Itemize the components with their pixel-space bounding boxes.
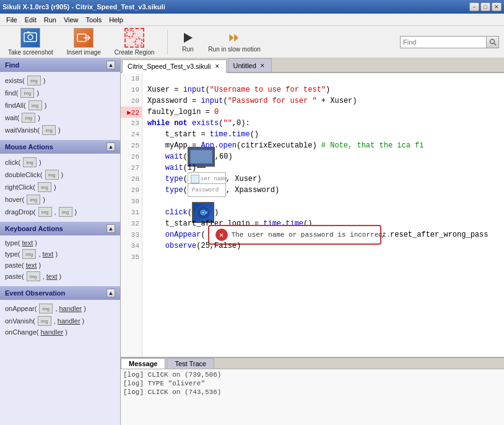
- sidebar-header-mouse[interactable]: Mouse Actions ▲: [0, 140, 120, 154]
- line-num-34: 34: [121, 240, 142, 252]
- close-button[interactable]: ✕: [492, 2, 502, 11]
- code-lines[interactable]: Xuser = input ( "Username to use for tes…: [142, 73, 504, 357]
- sidebar-header-event[interactable]: Event Observation ▲: [0, 286, 120, 300]
- tab-test-trace[interactable]: Test Trace: [167, 358, 214, 369]
- sidebar-item-click[interactable]: click(img): [5, 156, 115, 169]
- menu-file[interactable]: File: [2, 15, 21, 25]
- tab-untitled[interactable]: Untitled ✕: [228, 58, 272, 72]
- code-line-33: onAppear ( ✕ The user name or password i…: [142, 229, 504, 240]
- line-num-33: 33: [121, 229, 142, 240]
- sidebar-item-onchange[interactable]: onChange( handler ): [5, 327, 115, 337]
- tab-citrix[interactable]: Citrix_Speed_Test_v3.sikuli ✕: [122, 59, 227, 73]
- dragdrop-thumb1: img: [38, 207, 52, 217]
- code-line-31: click ( ): [142, 207, 504, 218]
- line-num-19: 19: [121, 84, 142, 95]
- main-layout: Find ▲ exists(img) find(img) findAll(img…: [0, 58, 504, 425]
- run-button[interactable]: Run: [178, 28, 198, 56]
- svg-point-18: [202, 211, 204, 214]
- sidebar-item-exists[interactable]: exists(img): [5, 74, 115, 87]
- tab-untitled-close[interactable]: ✕: [259, 62, 266, 69]
- run-icon: [181, 31, 194, 45]
- sidebar-item-onappear[interactable]: onAppear(img, handler ): [5, 302, 115, 315]
- window-title: Sikuli X-1.0rc3 (r905) - Citrix_Speed_Te…: [2, 3, 165, 11]
- sidebar-item-paste-img-text[interactable]: paste(img, text ): [5, 270, 115, 283]
- svg-marker-11: [184, 33, 193, 43]
- sidebar-item-onvanish[interactable]: onVanish(img, handler ): [5, 315, 115, 327]
- svg-rect-2: [27, 32, 30, 33]
- menu-view[interactable]: View: [60, 15, 82, 25]
- screenshot-button[interactable]: Take screenshot: [5, 25, 56, 59]
- line-num-25: 25: [121, 140, 142, 151]
- sidebar-item-doubleclick[interactable]: doubleClick(img): [5, 169, 115, 181]
- code-editor[interactable]: 18 19 20 ▶22 23 24 25 26 27 28 29 30 31 …: [121, 73, 504, 357]
- sidebar-item-dragdrop[interactable]: dragDrop(img, img): [5, 206, 115, 218]
- sidebar-item-rightclick[interactable]: rightClick(img): [5, 181, 115, 193]
- code-line-35: [142, 252, 504, 263]
- sidebar-keyboard-content: type( text ) type(img, text ) paste( tex…: [0, 235, 120, 285]
- hover-thumb: img: [27, 195, 40, 204]
- sidebar-keyboard-collapse[interactable]: ▲: [106, 224, 115, 233]
- sidebar-item-wait[interactable]: wait(img): [5, 112, 115, 124]
- code-line-19: Xuser = input ( "Username to use for tes…: [142, 84, 504, 95]
- toolbar: Take screenshot Insert image: [0, 26, 504, 58]
- menu-edit[interactable]: Edit: [21, 15, 40, 25]
- sidebar-event-collapse[interactable]: ▲: [106, 289, 115, 297]
- click-thumb: img: [23, 157, 37, 167]
- sidebar-find-collapse[interactable]: ▲: [106, 61, 115, 69]
- region-button[interactable]: Create Region: [111, 25, 157, 59]
- sidebar-item-hover[interactable]: hover(img): [5, 193, 115, 206]
- toolbar-separator-1: [167, 30, 168, 55]
- tab-message[interactable]: Message: [121, 358, 165, 369]
- code-line-26: wait ( ,60): [142, 151, 504, 162]
- log-line-1: [log] CLICK on (739,506): [123, 370, 502, 379]
- title-bar: Sikuli X-1.0rc3 (r905) - Citrix_Speed_Te…: [0, 0, 504, 14]
- search-button[interactable]: [487, 36, 499, 48]
- sidebar: Find ▲ exists(img) find(img) findAll(img…: [0, 58, 121, 425]
- pass-field-image: Password: [188, 183, 226, 197]
- line-numbers: 18 19 20 ▶22 23 24 25 26 27 28 29 30 31 …: [121, 73, 142, 357]
- menu-tools[interactable]: Tools: [82, 15, 106, 25]
- line-num-22: ▶22: [121, 107, 142, 118]
- menu-bar: File Edit Run View Tools Help: [0, 14, 504, 26]
- run-slow-button[interactable]: Run in slow motion: [205, 28, 263, 56]
- sidebar-keyboard-title: Keyboard Actions: [5, 225, 63, 232]
- insert-label: Insert image: [67, 49, 101, 56]
- sidebar-mouse-title: Mouse Actions: [5, 143, 53, 151]
- sidebar-header-keyboard[interactable]: Keyboard Actions ▲: [0, 222, 120, 235]
- code-line-29: type ( Password , Xpassword): [142, 185, 504, 196]
- code-line-20: Xpassword = input ( "Password for user "…: [142, 95, 504, 107]
- window-controls[interactable]: − □ ✕: [469, 2, 502, 11]
- sidebar-mouse-content: click(img) doubleClick(img) rightClick(i…: [0, 154, 120, 221]
- bottom-panel: Message Test Trace [log] CLICK on (739,5…: [121, 357, 504, 425]
- screenshot-label: Take screenshot: [8, 49, 53, 56]
- line-num-27: 27: [121, 162, 142, 173]
- tab-bar: Citrix_Speed_Test_v3.sikuli ✕ Untitled ✕: [121, 58, 504, 73]
- sidebar-item-paste-text[interactable]: paste( text ): [5, 260, 115, 270]
- menu-help[interactable]: Help: [105, 15, 127, 25]
- sidebar-mouse-collapse[interactable]: ▲: [106, 142, 115, 151]
- wait-thumb: img: [22, 113, 35, 123]
- sidebar-item-find[interactable]: find(img): [5, 87, 115, 99]
- sidebar-item-type-text[interactable]: type( text ): [5, 238, 115, 248]
- menu-run[interactable]: Run: [40, 15, 60, 25]
- sidebar-item-waitvanish[interactable]: waitVanish(img): [5, 124, 115, 136]
- sidebar-header-find[interactable]: Find ▲: [0, 58, 120, 72]
- svg-point-14: [490, 39, 494, 43]
- search-input[interactable]: [400, 36, 487, 48]
- run-slow-label: Run in slow motion: [208, 46, 260, 53]
- insert-button[interactable]: Insert image: [64, 25, 104, 59]
- insert-icon: [74, 28, 93, 48]
- region-icon: [124, 28, 144, 48]
- line-num-23: 23: [121, 118, 142, 129]
- find-thumb: img: [20, 88, 34, 98]
- maximize-button[interactable]: □: [480, 2, 490, 11]
- sidebar-item-type-img-text[interactable]: type(img, text ): [5, 248, 115, 260]
- findall-thumb: img: [28, 100, 42, 110]
- svg-line-15: [494, 43, 496, 45]
- sidebar-item-findall[interactable]: findAll(img): [5, 99, 115, 112]
- minimize-button[interactable]: −: [469, 2, 479, 11]
- tab-untitled-label: Untitled: [233, 62, 256, 69]
- rightclick-thumb: img: [38, 182, 51, 192]
- tab-citrix-close[interactable]: ✕: [214, 63, 221, 70]
- line-num-24: 24: [121, 129, 142, 140]
